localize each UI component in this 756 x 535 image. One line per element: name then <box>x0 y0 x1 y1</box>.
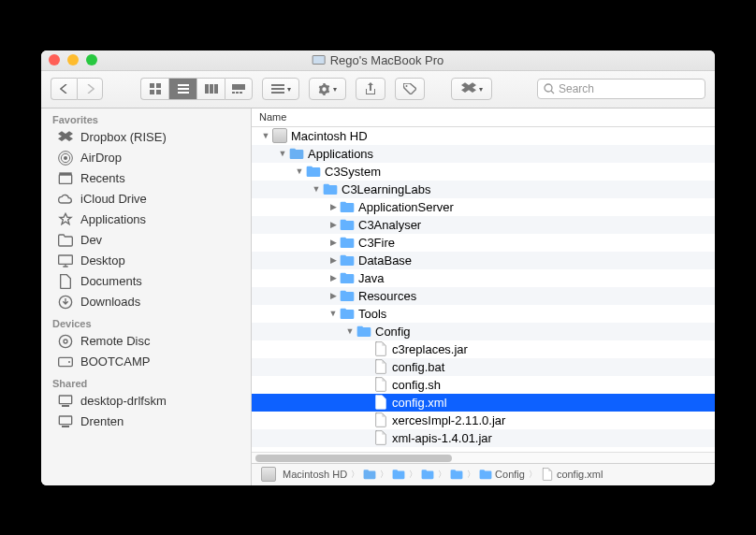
tree-row[interactable]: ▼Config <box>252 323 715 340</box>
sidebar-item-desktop-drlfskm[interactable]: desktop-drlfskm <box>41 391 251 412</box>
sidebar-item-documents[interactable]: Documents <box>41 271 251 292</box>
sidebar-item-airdrop[interactable]: AirDrop <box>41 148 251 168</box>
column-header-name[interactable]: Name <box>252 108 715 127</box>
horizontal-scrollbar[interactable] <box>252 452 715 463</box>
close-button[interactable] <box>49 54 60 65</box>
disclosure-arrow[interactable]: ▶ <box>328 238 338 247</box>
disclosure-arrow[interactable]: ▶ <box>328 255 338 265</box>
disclosure-arrow[interactable]: ▶ <box>328 291 338 300</box>
sidebar-item-icloud-drive[interactable]: iCloud Drive <box>41 189 251 210</box>
titlebar[interactable]: Rego's MacBook Pro <box>41 51 715 71</box>
sidebar-item-label: Recents <box>80 171 125 185</box>
svg-point-17 <box>406 85 408 87</box>
path-crumb[interactable] <box>392 468 405 481</box>
tree-row[interactable]: xercesImpl-2.11.0.jar <box>252 412 715 429</box>
favorites-header: Favorites <box>41 108 251 127</box>
tree-row[interactable]: ▶Resources <box>252 287 715 305</box>
tree-row[interactable]: ▼Tools <box>252 305 715 323</box>
sidebar-item-label: iCloud Drive <box>80 192 147 206</box>
sidebar-item-applications[interactable]: Applications <box>41 210 251 230</box>
path-separator: 〉 <box>409 469 417 481</box>
tree-row[interactable]: ▶DataBase <box>252 252 715 269</box>
sidebar-item-label: desktop-drlfskm <box>80 394 167 408</box>
dropbox-button[interactable]: ▾ <box>451 78 492 100</box>
disclosure-arrow[interactable]: ▼ <box>328 309 338 318</box>
disclosure-arrow[interactable]: ▼ <box>278 149 287 158</box>
tree-row[interactable]: ▶C3Analyser <box>252 216 715 234</box>
path-crumb[interactable]: Macintosh HD <box>259 467 347 482</box>
tree-item-label: ApplicationServer <box>358 200 454 214</box>
sidebar-item-remote-disc[interactable]: Remote Disc <box>41 331 251 352</box>
file-icon <box>373 412 388 427</box>
share-button[interactable] <box>356 78 385 100</box>
path-crumb[interactable] <box>450 468 463 481</box>
svg-rect-12 <box>236 92 239 94</box>
svg-rect-25 <box>59 255 73 264</box>
tree-row[interactable]: ▼C3System <box>252 163 715 181</box>
sidebar-item-dropbox-rise-[interactable]: Dropbox (RISE) <box>41 127 251 148</box>
search-field[interactable]: Search <box>537 79 705 99</box>
disclosure-arrow[interactable]: ▶ <box>328 220 338 229</box>
folder-icon <box>450 468 463 481</box>
tree-row[interactable]: ▶C3Fire <box>252 234 715 252</box>
tree-row[interactable]: ▶Java <box>252 269 715 287</box>
sidebar-item-drenten[interactable]: Drenten <box>41 412 251 432</box>
scrollbar-thumb[interactable] <box>255 455 452 462</box>
file-icon <box>373 395 388 410</box>
crumb-label: config.xml <box>557 469 603 480</box>
search-icon <box>544 83 555 94</box>
sidebar-item-downloads[interactable]: Downloads <box>41 292 251 312</box>
svg-point-18 <box>545 84 552 92</box>
svg-rect-4 <box>178 84 189 86</box>
zoom-button[interactable] <box>86 54 97 65</box>
tree-row[interactable]: ▼Applications <box>252 145 715 163</box>
path-crumb[interactable]: Config <box>479 468 525 481</box>
sidebar-item-desktop[interactable]: Desktop <box>41 251 251 271</box>
disclosure-arrow[interactable]: ▼ <box>345 326 355 336</box>
tree-row[interactable]: c3replaces.jar <box>252 340 715 358</box>
file-icon <box>373 430 388 445</box>
disclosure-arrow[interactable]: ▼ <box>312 184 321 194</box>
tags-button[interactable] <box>395 78 425 100</box>
list-view-button[interactable] <box>168 78 196 100</box>
tree-row[interactable]: ▼C3LearningLabs <box>252 181 715 198</box>
sidebar-item-dev[interactable]: Dev <box>41 230 251 251</box>
svg-rect-13 <box>240 92 242 94</box>
svg-rect-16 <box>271 92 284 94</box>
folder-icon <box>340 270 355 285</box>
disclosure-arrow[interactable]: ▼ <box>261 131 270 140</box>
tree-row[interactable]: config.sh <box>252 376 715 394</box>
tree-item-label: xml-apis-1.4.01.jar <box>392 431 492 445</box>
action-button[interactable]: ▾ <box>309 78 346 100</box>
minimize-button[interactable] <box>67 54 79 65</box>
svg-rect-14 <box>271 84 284 86</box>
sidebar-item-recents[interactable]: Recents <box>41 168 251 189</box>
tree-row[interactable]: ▼Macintosh HD <box>252 127 715 145</box>
disclosure-arrow[interactable]: ▼ <box>295 166 304 176</box>
tree-row[interactable]: ▶ApplicationServer <box>252 198 715 216</box>
laptop-icon <box>313 55 326 65</box>
disclosure-arrow[interactable]: ▶ <box>328 273 338 282</box>
tree-item-label: C3Analyser <box>358 218 421 232</box>
toolbar: ▾ ▾ ▾ Search <box>41 71 715 108</box>
tree-row[interactable]: xml-apis-1.4.01.jar <box>252 429 715 447</box>
arrange-button[interactable]: ▾ <box>262 78 299 100</box>
path-crumb[interactable]: config.xml <box>541 468 603 481</box>
tree-item-label: C3Fire <box>358 236 395 250</box>
svg-rect-10 <box>232 84 245 90</box>
path-crumb[interactable] <box>363 468 376 481</box>
tree-row[interactable]: config.bat <box>252 358 715 376</box>
forward-button[interactable] <box>77 78 103 100</box>
back-button[interactable] <box>51 78 77 100</box>
tree-row[interactable]: config.xml <box>252 394 715 412</box>
folder-icon <box>421 468 434 481</box>
disk-icon <box>272 128 287 143</box>
column-view-button[interactable] <box>196 78 225 100</box>
tree-item-label: Macintosh HD <box>291 129 368 143</box>
disclosure-arrow[interactable]: ▶ <box>328 202 338 211</box>
svg-line-19 <box>551 91 554 94</box>
sidebar-item-bootcamp[interactable]: BOOTCAMP <box>41 352 251 372</box>
gallery-view-button[interactable] <box>225 78 253 100</box>
path-crumb[interactable] <box>421 468 434 481</box>
icon-view-button[interactable] <box>140 78 168 100</box>
